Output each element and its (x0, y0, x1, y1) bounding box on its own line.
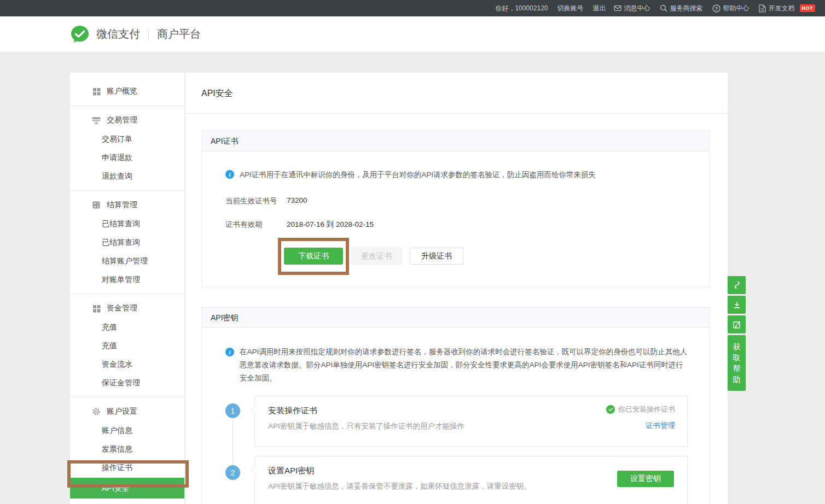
sidebar-group-label: 资金管理 (107, 303, 137, 313)
page-title: API安全 (185, 73, 728, 114)
sidebar-item-API安全[interactable]: API安全 (70, 478, 184, 499)
link-icon[interactable] (728, 276, 746, 294)
sidebar-group-账户概览[interactable]: 账户概览 (70, 82, 184, 101)
question-circle-icon: ? (712, 4, 721, 13)
hot-badge: HOT (800, 4, 816, 12)
sidebar-item-保证金管理[interactable]: 保证金管理 (70, 373, 184, 392)
sidebar-group-结算管理[interactable]: 结算管理 (70, 196, 184, 214)
search-icon (660, 4, 667, 12)
sidebar-item-结算账户管理[interactable]: 结算账户管理 (70, 251, 184, 270)
main-panel: API安全 API证书 i API证书用于在通讯中标识你的身份，及用于平台对你的… (185, 73, 728, 504)
upgrade-cert-button[interactable]: 升级证书 (410, 248, 463, 265)
set-api-key-button[interactable]: 设置密钥 (617, 471, 674, 487)
sidebar-group: 交易管理交易订单申请退款退款查询 (70, 106, 184, 191)
header: 微信支付 商户平台 (0, 16, 825, 52)
overview-grid-icon (92, 87, 101, 96)
help-center-link[interactable]: ? 帮助中心 (712, 4, 750, 13)
dev-docs-link[interactable]: 开发文档 HOT (759, 4, 816, 13)
sidebar-item-员工帐号管理[interactable]: 员工帐号管理 (70, 500, 184, 504)
provider-search-link[interactable]: 服务商搜索 (660, 4, 703, 13)
sidebar-group: 账户概览 (70, 77, 184, 106)
feedback-icon[interactable] (728, 315, 746, 333)
wechat-pay-merchant-platform: 你好，100002120 切换账号 退出 消息中心 服务商搜索 ? 帮助中心 开… (0, 0, 825, 504)
sidebar-group-label: 账户设置 (107, 407, 137, 417)
calculator-icon (92, 201, 101, 209)
step-number-badge: 2 (225, 465, 240, 480)
document-icon (759, 4, 766, 13)
sidebar-item-资金流水[interactable]: 资金流水 (70, 355, 184, 373)
svg-text:?: ? (714, 5, 718, 11)
cert-validity-label: 证书有效期 (225, 220, 287, 230)
platform-name: 商户平台 (157, 27, 201, 42)
api-cert-section: API证书 i API证书用于在通讯中标识你的身份，及用于平台对你的API请求参… (201, 131, 710, 288)
logout-link[interactable]: 退出 (593, 4, 606, 13)
float-toolbar: 获取帮助 (728, 276, 746, 391)
sidebar-item-退款查询[interactable]: 退款查询 (70, 167, 184, 185)
sidebar-item-已结算查询[interactable]: 已结算查询 (70, 214, 184, 233)
envelope-icon (614, 5, 621, 11)
sidebar-item-充值[interactable]: 充值 (70, 336, 184, 355)
main-content: API证书 i API证书用于在通讯中标识你的身份，及用于平台对你的API请求参… (185, 114, 728, 504)
check-circle-icon (606, 405, 615, 414)
sidebar-group: 账户设置账户信息发票信息操作证书API安全员工帐号管理 (70, 397, 184, 504)
get-help-button[interactable]: 获取帮助 (728, 335, 746, 391)
brand-divider (148, 28, 149, 40)
sidebar-group-资金管理[interactable]: 资金管理 (70, 299, 184, 318)
sidebar-item-已结算查询[interactable]: 已结算查询 (70, 233, 184, 251)
sidebar-nav: 账户概览交易管理交易订单申请退款退款查询结算管理已结算查询已结算查询结算账户管理… (70, 73, 184, 504)
sidebar-group-交易管理[interactable]: 交易管理 (70, 111, 184, 130)
user-greeting: 你好，100002120 (495, 4, 548, 13)
sidebar-item-交易订单[interactable]: 交易订单 (70, 130, 184, 148)
api-key-section-title: API密钥 (202, 308, 709, 328)
cert-validity-value: 2018-07-16 到 2028-02-15 (287, 220, 374, 230)
cert-validity-row: 证书有效期 2018-07-16 到 2028-02-15 (225, 220, 693, 230)
cert-number-label: 当前生效证书号 (225, 196, 287, 206)
cert-installed-status: 你已安装操作证书 (606, 405, 675, 414)
step-number-badge: 1 (225, 403, 240, 418)
topbar: 你好，100002120 切换账号 退出 消息中心 服务商搜索 ? 帮助中心 开… (0, 0, 825, 16)
wechat-pay-logo-icon[interactable] (70, 25, 90, 44)
brand-name[interactable]: 微信支付 (96, 27, 140, 42)
sidebar-group-账户设置[interactable]: 账户设置 (70, 402, 184, 421)
step-set-api-key: 2 设置API密钥 API密钥属于敏感信息，请妥善保管不要泄露，如果怀疑信息泄露… (225, 456, 688, 504)
download-cert-button[interactable]: 下载证书 (284, 248, 343, 265)
sidebar-item-对账单管理[interactable]: 对账单管理 (70, 270, 184, 289)
sidebar-item-操作证书[interactable]: 操作证书 (70, 458, 184, 477)
sidebar-item-充值[interactable]: 充值 (70, 318, 184, 336)
cert-number-row: 当前生效证书号 73200 (225, 196, 693, 206)
sidebar-group-label: 结算管理 (107, 200, 137, 210)
sidebar-item-申请退款[interactable]: 申请退款 (70, 148, 184, 167)
sidebar-group: 资金管理充值充值资金流水保证金管理 (70, 294, 184, 397)
change-cert-button: 更改证书 (351, 248, 402, 265)
funds-grid-icon (92, 304, 101, 313)
cert-number-value: 73200 (287, 196, 307, 206)
api-cert-info: i API证书用于在通讯中标识你的身份，及用于平台对你的API请求参数的签名验证… (225, 170, 693, 180)
info-icon: i (225, 170, 234, 179)
message-center-link[interactable]: 消息中心 (614, 4, 650, 13)
sidebar-group: 结算管理已结算查询已结算查询结算账户管理对账单管理 (70, 191, 184, 294)
download-icon[interactable] (728, 296, 746, 314)
step-install-cert: 1 安装操作证书 API密钥属于敏感信息，只有安装了操作证书的用户才能操作 (225, 396, 688, 447)
gear-icon (92, 407, 101, 416)
sidebar-item-发票信息[interactable]: 发票信息 (70, 439, 184, 458)
api-key-info: i 在API调用时用来按照指定规则对你的请求参数进行签名，服务器收到你的请求时会… (225, 345, 688, 385)
step2-desc: API密钥属于敏感信息，请妥善保管不要泄露，如果怀疑信息泄露，请重设密钥。 (268, 482, 674, 491)
step2-title: 设置API密钥 (268, 466, 674, 476)
switch-account-link[interactable]: 切换账号 (557, 4, 584, 13)
sidebar-group-label: 交易管理 (107, 115, 137, 125)
sidebar-item-账户信息[interactable]: 账户信息 (70, 421, 184, 439)
info-icon: i (225, 348, 234, 356)
api-cert-section-title: API证书 (202, 131, 709, 151)
cert-manage-link[interactable]: 证书管理 (646, 421, 675, 431)
api-key-section: API密钥 i 在API调用时用来按照指定规则对你的请求参数进行签名，服务器收到… (201, 307, 710, 504)
transaction-list-icon (92, 116, 101, 125)
sidebar-group-label: 账户概览 (107, 86, 137, 96)
